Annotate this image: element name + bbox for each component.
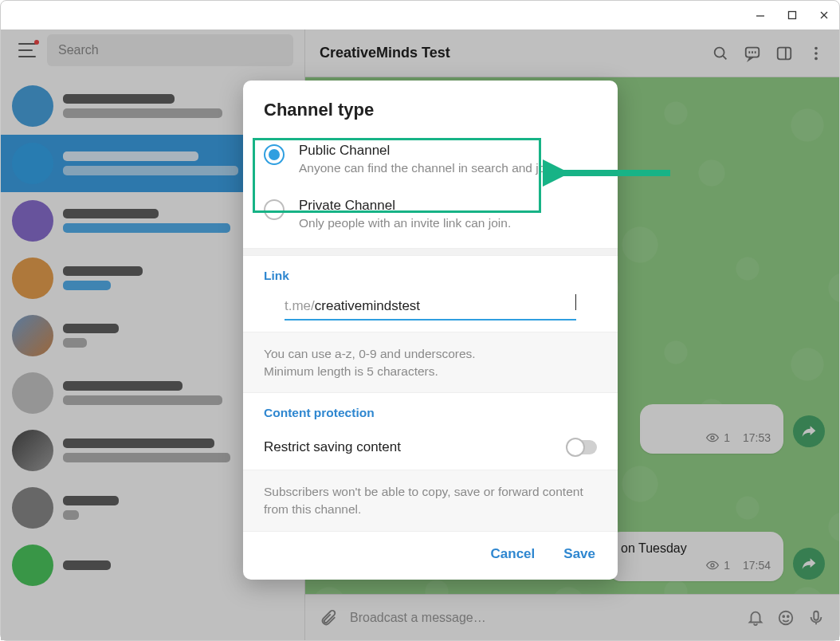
public-channel-option[interactable]: Public Channel Anyone can find the chann… <box>243 133 618 188</box>
app-window: Search CreativeMinds Test <box>0 0 840 641</box>
option-description: Only people with an invite link can join… <box>299 215 511 232</box>
option-title: Public Channel <box>299 143 555 159</box>
link-input[interactable]: creativemindstest <box>315 298 575 314</box>
link-section-label: Link <box>243 256 618 288</box>
radio-unselected-icon <box>264 199 285 220</box>
link-input-row[interactable]: t.me/ creativemindstest <box>285 288 576 320</box>
save-button[interactable]: Save <box>563 546 595 562</box>
radio-selected-icon <box>264 144 285 165</box>
restrict-label: Restrict saving content <box>264 439 401 455</box>
channel-type-modal: Channel type Public Channel Anyone can f… <box>243 81 618 580</box>
modal-actions: Cancel Save <box>243 532 618 580</box>
content-protection-label: Content protection <box>243 393 618 425</box>
option-description: Anyone can find the channel in search an… <box>299 160 555 177</box>
titlebar <box>1 1 839 29</box>
private-channel-option[interactable]: Private Channel Only people with an invi… <box>243 188 618 248</box>
minimize-button[interactable] <box>753 8 767 22</box>
maximize-button[interactable] <box>785 8 799 22</box>
svg-rect-1 <box>789 12 796 19</box>
restrict-hint: Subscribers won't be able to copy, save … <box>243 470 618 531</box>
option-title: Private Channel <box>299 198 511 214</box>
restrict-saving-row[interactable]: Restrict saving content <box>243 425 618 470</box>
close-button[interactable] <box>817 8 831 22</box>
modal-title: Channel type <box>243 81 618 133</box>
link-hint: You can use a-z, 0-9 and underscores. Mi… <box>243 332 618 393</box>
text-cursor <box>575 294 576 310</box>
link-prefix: t.me/ <box>285 298 315 314</box>
restrict-toggle[interactable] <box>567 440 597 454</box>
cancel-button[interactable]: Cancel <box>491 546 536 562</box>
